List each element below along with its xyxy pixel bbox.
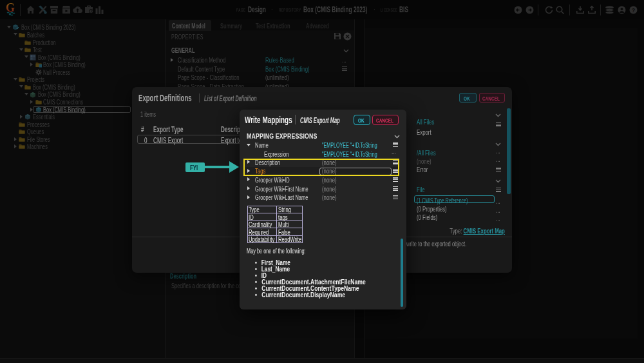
svg-text:?: ? xyxy=(632,7,635,14)
